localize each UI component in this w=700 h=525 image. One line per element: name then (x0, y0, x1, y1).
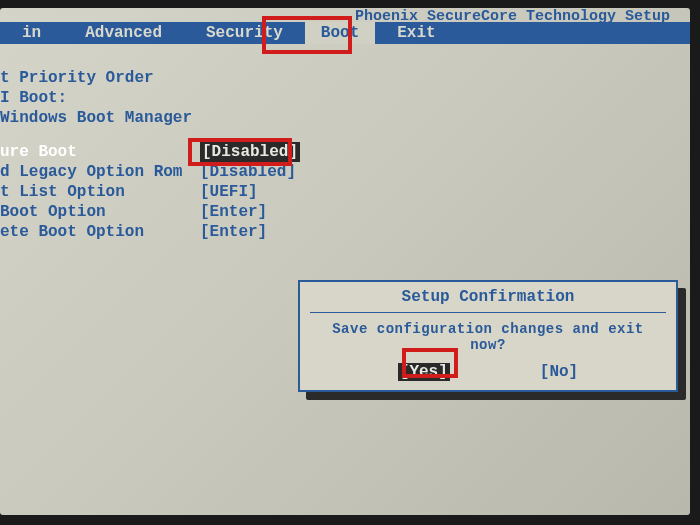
menu-bar: in Advanced Security Boot Exit (0, 22, 690, 44)
option-value: [Disabled] (200, 142, 300, 162)
option-value: [Disabled] (200, 162, 296, 182)
line-priority-order: t Priority Order (0, 68, 200, 88)
option-label: Boot Option (0, 202, 200, 222)
dialog-message: Save configuration changes and exit now? (310, 319, 666, 363)
option-label: ure Boot (0, 142, 200, 162)
option-list-option[interactable]: t List Option [UEFI] (0, 182, 690, 202)
option-value: [Enter] (200, 222, 267, 242)
confirmation-dialog: Setup Confirmation Save configuration ch… (298, 280, 678, 392)
dialog-no-button[interactable]: [No] (540, 363, 578, 381)
option-add-boot[interactable]: Boot Option [Enter] (0, 202, 690, 222)
boot-page-content: t Priority Order I Boot: Windows Boot Ma… (0, 68, 690, 242)
menu-item-boot[interactable]: Boot (305, 22, 375, 44)
menu-item-advanced[interactable]: Advanced (63, 22, 184, 44)
dialog-yes-button[interactable]: [Yes] (398, 363, 450, 381)
menu-item-main[interactable]: in (0, 22, 63, 44)
dialog-divider (310, 312, 666, 313)
option-value: [UEFI] (200, 182, 258, 202)
option-label: t List Option (0, 182, 200, 202)
option-label: d Legacy Option Rom (0, 162, 200, 182)
option-label: ete Boot Option (0, 222, 200, 242)
option-legacy-rom[interactable]: d Legacy Option Rom [Disabled] (0, 162, 690, 182)
bios-screen: Phoenix SecureCore Technology Setup in A… (0, 8, 690, 515)
menu-item-security[interactable]: Security (184, 22, 305, 44)
option-value: [Enter] (200, 202, 267, 222)
option-secure-boot[interactable]: ure Boot [Disabled] (0, 142, 690, 162)
line-boot: I Boot: (0, 88, 200, 108)
dialog-title: Setup Confirmation (310, 288, 666, 310)
line-windows-boot-manager: Windows Boot Manager (0, 108, 200, 128)
option-delete-boot[interactable]: ete Boot Option [Enter] (0, 222, 690, 242)
menu-item-exit[interactable]: Exit (375, 22, 457, 44)
